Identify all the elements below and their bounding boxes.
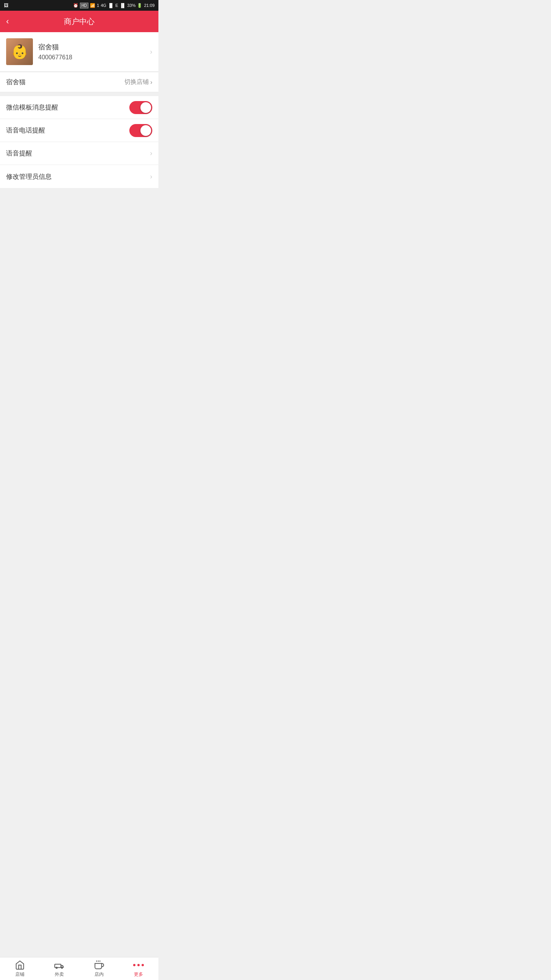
settings-section: 微信模板消息提醒 语音电话提醒 语音提醒 › 修改管理员信息 › (0, 96, 158, 188)
store-name: 宿舍猫 (6, 78, 26, 87)
wechat-notify-row[interactable]: 微信模板消息提醒 (0, 96, 158, 119)
signal-icon2: ▐▌ (120, 3, 126, 8)
edit-admin-chevron: › (150, 173, 152, 181)
wechat-notify-label: 微信模板消息提醒 (6, 103, 58, 112)
voice-remind-row[interactable]: 语音提醒 › (0, 142, 158, 165)
wifi-icon: 📶 (90, 3, 95, 8)
profile-phone: 4000677618 (38, 54, 72, 61)
voice-call-label: 语音电话提醒 (6, 126, 45, 135)
header: ‹ 商户中心 (0, 11, 158, 32)
switch-store-label: 切换店铺 (124, 78, 149, 86)
hd-badge: HD (80, 3, 88, 8)
avatar: 👶 (6, 38, 33, 65)
voice-remind-label: 语音提醒 (6, 149, 32, 158)
back-button[interactable]: ‹ (6, 15, 12, 28)
signal-bars: ▐▌ (108, 3, 114, 8)
alarm-icon: ⏰ (73, 3, 78, 8)
profile-name: 宿舍猫 (38, 42, 72, 52)
status-bar: 🖼 ⏰ HD 📶 1 4G ▐▌ E ▐▌ 33% 🔋 21:09 (0, 0, 158, 11)
wechat-notify-toggle[interactable] (129, 101, 152, 114)
empty-space (0, 189, 158, 342)
voice-call-row[interactable]: 语音电话提醒 (0, 119, 158, 142)
edit-admin-row[interactable]: 修改管理员信息 › (0, 165, 158, 188)
sim-icon: 1 (97, 3, 99, 8)
e-icon: E (116, 3, 118, 8)
battery-icon: 🔋 (137, 3, 142, 8)
section-divider (0, 92, 158, 96)
edit-admin-label: 修改管理员信息 (6, 172, 52, 181)
network-icon: 4G (101, 3, 106, 8)
photo-icon: 🖼 (4, 3, 8, 8)
store-row[interactable]: 宿舍猫 切换店铺 › (0, 72, 158, 92)
page-title: 商户中心 (64, 16, 95, 27)
voice-remind-chevron: › (150, 149, 152, 157)
clock: 21:09 (144, 3, 155, 8)
voice-call-toggle[interactable] (129, 124, 152, 137)
profile-chevron: › (150, 48, 152, 56)
profile-section[interactable]: 👶 宿舍猫 4000677618 › (0, 32, 158, 72)
battery-percent: 33% (127, 3, 135, 8)
store-chevron: › (150, 79, 152, 86)
